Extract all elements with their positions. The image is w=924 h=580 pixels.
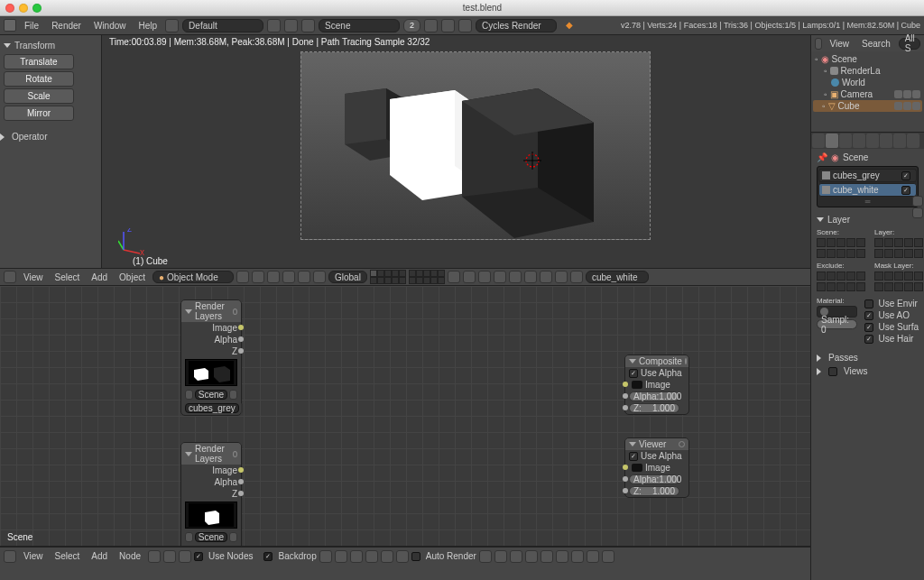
views-panel-header[interactable]: Views bbox=[817, 364, 919, 378]
passes-panel-header[interactable]: Passes bbox=[817, 351, 919, 364]
layer-panel-header[interactable]: Layer bbox=[817, 213, 919, 226]
snap-node-icon[interactable] bbox=[350, 550, 363, 563]
use-alpha-checkbox[interactable]: ✓ bbox=[629, 369, 638, 378]
node-menu-add[interactable]: Add bbox=[87, 549, 112, 563]
channel-a-icon[interactable] bbox=[525, 550, 538, 563]
tab-world[interactable] bbox=[853, 133, 865, 148]
go-parent-icon[interactable] bbox=[335, 550, 347, 563]
outliner-camera[interactable]: ◦▣Camera bbox=[815, 88, 920, 100]
node-extras-icon[interactable] bbox=[241, 403, 243, 413]
tab-constraints[interactable] bbox=[880, 133, 892, 148]
tree-type-icon-3[interactable] bbox=[179, 550, 191, 563]
outliner-view[interactable]: View bbox=[826, 37, 855, 51]
node-header[interactable]: Composite bbox=[625, 355, 688, 367]
tab-data[interactable] bbox=[907, 133, 919, 148]
copy-icon[interactable] bbox=[540, 271, 552, 283]
layout-selector[interactable]: Default bbox=[182, 19, 263, 32]
use-nodes-checkbox[interactable]: ✓ bbox=[194, 552, 203, 561]
scene-link-icon[interactable] bbox=[185, 532, 193, 542]
viewport[interactable]: Time:00:03.89 | Mem:38.68M, Peak:38.68M … bbox=[102, 35, 924, 268]
close-window-icon[interactable] bbox=[5, 4, 14, 13]
remove-layer-icon[interactable] bbox=[912, 207, 923, 218]
scene-link-icon[interactable] bbox=[185, 390, 193, 400]
node-scene-select[interactable]: Scene bbox=[195, 390, 227, 400]
backdrop-checkbox[interactable]: ✓ bbox=[263, 552, 273, 561]
manip-rot-icon[interactable] bbox=[298, 271, 310, 283]
use-envir-checkbox[interactable] bbox=[864, 299, 873, 308]
pin-icon[interactable]: 📌 bbox=[817, 152, 827, 162]
3d-menu-object[interactable]: Object bbox=[115, 271, 150, 284]
outliner-type-icon[interactable] bbox=[815, 38, 822, 50]
alpha-slider[interactable]: Alpha:1.000 bbox=[629, 391, 679, 401]
scene-del-icon[interactable] bbox=[441, 19, 455, 32]
manip-scale-icon[interactable] bbox=[313, 271, 326, 283]
zoom-out-icon[interactable] bbox=[556, 550, 568, 563]
translate-button[interactable]: Translate bbox=[4, 54, 74, 69]
node-renderlayers-1[interactable]: Render Layers Image Alpha Z Scene cubes_… bbox=[180, 299, 242, 416]
tree-type-icon-2[interactable] bbox=[163, 550, 176, 563]
paste-icon[interactable] bbox=[555, 271, 568, 283]
alpha-slider[interactable]: Alpha:1.000 bbox=[629, 474, 679, 484]
layout-add-icon[interactable] bbox=[267, 19, 281, 32]
auto-render-checkbox[interactable] bbox=[411, 552, 420, 561]
rotate-button[interactable]: Rotate bbox=[4, 71, 74, 87]
outliner-renderlayers[interactable]: ◦RenderLa bbox=[815, 65, 920, 77]
scene-selector[interactable]: Scene bbox=[319, 19, 400, 32]
views-enable-checkbox[interactable] bbox=[828, 367, 837, 376]
layer-layer-grid[interactable] bbox=[874, 238, 923, 247]
outliner-scene[interactable]: ◦◉Scene bbox=[815, 53, 920, 65]
channel-b-icon[interactable] bbox=[510, 550, 522, 563]
node-editor-type-icon[interactable] bbox=[4, 550, 16, 563]
node-composite[interactable]: Composite ✓Use Alpha Image Alpha:1.000 Z… bbox=[624, 354, 689, 415]
node-renderlayers-2[interactable]: Render Layers Image Alpha Z Scene cube_w… bbox=[180, 442, 242, 547]
paste-nodes-icon[interactable] bbox=[396, 550, 409, 563]
node-layer-select[interactable]: cubes_grey bbox=[185, 403, 239, 413]
copy-nodes-icon[interactable] bbox=[381, 550, 393, 563]
samples-slider[interactable]: Sampl: 0 bbox=[817, 319, 857, 329]
manip-trans-icon[interactable] bbox=[282, 271, 295, 283]
editor-type-icon[interactable] bbox=[4, 271, 16, 283]
node-editor[interactable]: Scene Render Layers Image Alpha Z Scene … bbox=[0, 286, 924, 547]
record-icon[interactable] bbox=[524, 271, 537, 283]
render-shade-icon[interactable] bbox=[494, 271, 506, 283]
node-menu-node[interactable]: Node bbox=[115, 549, 145, 563]
engine-browse-icon[interactable] bbox=[458, 19, 472, 32]
scene-layer-grid[interactable] bbox=[817, 238, 865, 247]
z-slider[interactable]: Z:1.000 bbox=[629, 486, 679, 496]
tree-type-icon[interactable] bbox=[148, 550, 161, 563]
layout-browse-icon[interactable] bbox=[165, 19, 179, 32]
transform-panel-header[interactable]: Transform bbox=[4, 39, 97, 52]
menu-render[interactable]: Render bbox=[47, 19, 86, 32]
property-tabs[interactable] bbox=[811, 133, 924, 149]
orientation-selector[interactable]: Global bbox=[328, 271, 367, 283]
pivot-icon-2[interactable] bbox=[252, 271, 264, 283]
snap-icon[interactable] bbox=[463, 271, 476, 283]
node-layer-select[interactable]: cube_white bbox=[185, 546, 238, 547]
lock-layer-icon[interactable] bbox=[448, 271, 460, 283]
tab-object[interactable] bbox=[866, 133, 879, 148]
channel-g-icon[interactable] bbox=[494, 550, 507, 563]
snap-type-icon[interactable] bbox=[478, 271, 491, 283]
tab-renderlayers[interactable] bbox=[826, 133, 838, 148]
snap-node-type-icon[interactable] bbox=[365, 550, 378, 563]
object-name-field[interactable]: cube_white bbox=[586, 271, 649, 283]
use-ao-checkbox[interactable]: ✓ bbox=[864, 311, 873, 320]
minimize-window-icon[interactable] bbox=[19, 4, 28, 13]
scale-button[interactable]: Scale bbox=[4, 88, 74, 104]
fit-icon[interactable] bbox=[571, 550, 584, 563]
3d-menu-select[interactable]: Select bbox=[51, 271, 85, 284]
outliner-filter[interactable]: All S bbox=[899, 38, 920, 50]
3d-menu-view[interactable]: View bbox=[19, 271, 48, 284]
manipulator-icon[interactable] bbox=[267, 271, 280, 283]
scene-add-icon[interactable] bbox=[424, 19, 438, 32]
menu-window[interactable]: Window bbox=[89, 19, 131, 32]
extra-icon-1[interactable] bbox=[587, 550, 599, 563]
use-hair-checkbox[interactable]: ✓ bbox=[864, 335, 873, 344]
layout-del-icon[interactable] bbox=[284, 19, 298, 32]
blender-icon[interactable] bbox=[4, 19, 16, 32]
tab-modifiers[interactable] bbox=[893, 133, 906, 148]
tab-scene[interactable] bbox=[839, 133, 852, 148]
menu-help[interactable]: Help bbox=[134, 19, 162, 32]
engine-selector[interactable]: Cycles Render bbox=[476, 19, 557, 32]
scene-browse-icon[interactable] bbox=[301, 19, 315, 32]
